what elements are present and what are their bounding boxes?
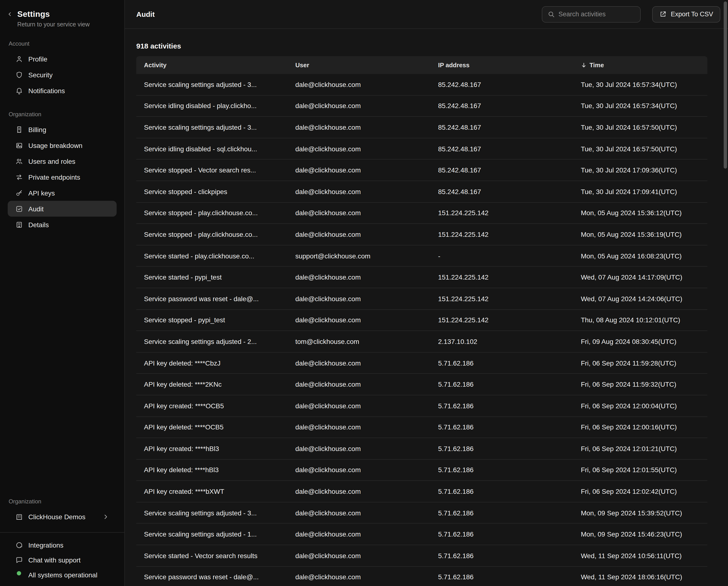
cell-ip-address: 85.242.48.167 — [431, 145, 573, 152]
audit-table: ActivityUserIP addressTime Service scali… — [136, 56, 707, 586]
cell-ip-address: 151.224.225.142 — [431, 316, 573, 324]
sidebar-item-label: Security — [28, 71, 109, 78]
cell-activity: Service scaling settings adjusted - 1... — [136, 531, 288, 538]
footer-item-all-systems-operational[interactable]: All systems operational — [8, 567, 116, 582]
table-row: API key deleted: ****hBl3dale@clickhouse… — [136, 459, 707, 481]
column-header-label: Time — [590, 62, 604, 69]
sidebar-bottom: Organization ClickHouse Demos Integratio… — [0, 486, 124, 586]
sidebar-item-label: Audit — [28, 205, 109, 213]
sidebar-item-notifications[interactable]: Notifications — [8, 82, 116, 98]
table-row: API key created: ****OCB5dale@clickhouse… — [136, 395, 707, 417]
cell-time: Wed, 07 Aug 2024 14:24:06(UTC) — [573, 295, 707, 302]
sidebar-item-users-and-roles[interactable]: Users and roles — [8, 153, 116, 169]
column-header-label: User — [295, 62, 309, 69]
sidebar-footer: IntegrationsChat with supportAll systems… — [0, 532, 124, 586]
column-header-user[interactable]: User — [288, 62, 431, 69]
vertical-scrollbar-thumb[interactable] — [724, 1, 727, 169]
cell-ip-address: 5.71.62.186 — [431, 531, 573, 538]
sidebar-item-label: All systems operational — [28, 571, 109, 579]
section-label-account: Account — [0, 40, 124, 47]
cell-user: tom@clickhouse.com — [288, 338, 431, 345]
users-icon — [15, 157, 23, 165]
cell-activity: Service password was reset - dale@... — [136, 573, 288, 581]
table-row: Service idling disabled - play.clickho..… — [136, 95, 707, 117]
cell-activity: API key deleted: ****hBl3 — [136, 466, 288, 474]
column-header-activity[interactable]: Activity — [136, 62, 288, 69]
table-row: Service stopped - Vector search res...da… — [136, 160, 707, 181]
cell-time: Fri, 06 Sep 2024 12:02:42(UTC) — [573, 488, 707, 495]
sidebar-item-billing[interactable]: Billing — [8, 122, 116, 137]
sidebar-item-details[interactable]: Details — [8, 217, 116, 233]
sidebar-item-label: Chat with support — [28, 556, 109, 564]
cell-activity: Service idling disabled - play.clickho..… — [136, 102, 288, 110]
table-row: API key deleted: ****2KNcdale@clickhouse… — [136, 374, 707, 395]
back-chevron-icon[interactable] — [7, 11, 13, 17]
org-section-label: Organization — [0, 498, 124, 505]
cell-user: dale@clickhouse.com — [288, 81, 431, 89]
cell-user: dale@clickhouse.com — [288, 123, 431, 131]
security-shield-icon — [15, 71, 23, 78]
footer-item-chat-with-support[interactable]: Chat with support — [8, 553, 116, 567]
sidebar-item-security[interactable]: Security — [8, 67, 116, 82]
return-to-service-link[interactable]: Return to your service view — [17, 21, 90, 28]
cell-user: dale@clickhouse.com — [288, 273, 431, 281]
bell-icon — [15, 87, 23, 94]
sidebar-item-private-endpoints[interactable]: Private endpoints — [8, 169, 116, 185]
profile-icon — [15, 55, 23, 63]
cell-time: Tue, 30 Jul 2024 16:57:34(UTC) — [573, 81, 707, 89]
cell-time: Mon, 05 Aug 2024 16:08:23(UTC) — [573, 252, 707, 260]
column-header-ip-address[interactable]: IP address — [431, 62, 573, 69]
table-row: API key created: ****bXWTdale@clickhouse… — [136, 481, 707, 503]
sidebar-header: Settings Return to your service view — [0, 0, 124, 28]
cell-ip-address: 5.71.62.186 — [431, 466, 573, 474]
usage-breakdown-icon — [15, 142, 23, 149]
sidebar-item-audit[interactable]: Audit — [8, 201, 116, 217]
integrations-icon — [15, 541, 23, 549]
table-row: API key created: ****hBl3dale@clickhouse… — [136, 438, 707, 459]
cell-ip-address: 5.71.62.186 — [431, 423, 573, 431]
cell-time: Mon, 05 Aug 2024 15:36:19(UTC) — [573, 230, 707, 238]
table-row: Service stopped - play.clickhouse.co...d… — [136, 202, 707, 224]
cell-activity: Service scaling settings adjusted - 3... — [136, 123, 288, 131]
table-row: Service scaling settings adjusted - 3...… — [136, 74, 707, 95]
cell-ip-address: 151.224.225.142 — [431, 230, 573, 238]
cell-user: dale@clickhouse.com — [288, 445, 431, 453]
sidebar-item-profile[interactable]: Profile — [8, 51, 116, 67]
main-panel: Audit Export To CSV 918 activities — [125, 0, 728, 586]
sidebar-item-api-keys[interactable]: API keys — [8, 185, 116, 201]
cell-user: dale@clickhouse.com — [288, 466, 431, 474]
sidebar-item-clickhouse-demos[interactable]: ClickHouse Demos — [8, 509, 116, 524]
cell-activity: Service stopped - play.clickhouse.co... — [136, 209, 288, 217]
table-row: Service password was reset - dale@...dal… — [136, 566, 707, 586]
sidebar-item-label: Usage breakdown — [28, 142, 109, 149]
export-csv-button[interactable]: Export To CSV — [652, 6, 720, 22]
sort-descending-icon — [581, 62, 587, 68]
settings-title: Settings — [17, 9, 90, 19]
column-header-label: IP address — [438, 62, 470, 69]
private-endpoints-icon — [15, 173, 23, 181]
footer-item-integrations[interactable]: Integrations — [8, 537, 116, 553]
cell-activity: API key deleted: ****2KNc — [136, 381, 288, 388]
chat-icon — [15, 556, 23, 564]
table-row: Service idling disabled - sql.clickhou..… — [136, 138, 707, 160]
cell-ip-address: 151.224.225.142 — [431, 209, 573, 217]
topbar-actions: Export To CSV — [542, 6, 720, 22]
search-activities-input[interactable] — [558, 10, 635, 18]
table-row: Service stopped - pypi_testdale@clickhou… — [136, 310, 707, 331]
cell-user: dale@clickhouse.com — [288, 145, 431, 152]
cell-activity: Service scaling settings adjusted - 3... — [136, 509, 288, 517]
cell-user: dale@clickhouse.com — [288, 359, 431, 367]
table-row: API key deleted: ****CbzJdale@clickhouse… — [136, 352, 707, 374]
cell-ip-address: 5.71.62.186 — [431, 509, 573, 517]
cell-time: Fri, 06 Sep 2024 12:01:21(UTC) — [573, 445, 707, 453]
search-box — [542, 6, 641, 22]
cell-user: dale@clickhouse.com — [288, 230, 431, 238]
search-icon — [547, 10, 554, 18]
cell-activity: Service started - play.clickhouse.co... — [136, 252, 288, 260]
column-header-time[interactable]: Time — [573, 62, 707, 69]
cell-user: dale@clickhouse.com — [288, 573, 431, 581]
app-root: Settings Return to your service view Acc… — [0, 0, 728, 586]
page-title: Audit — [136, 10, 155, 18]
cell-time: Mon, 09 Sep 2024 15:46:23(UTC) — [573, 531, 707, 538]
sidebar-item-usage-breakdown[interactable]: Usage breakdown — [8, 137, 116, 153]
